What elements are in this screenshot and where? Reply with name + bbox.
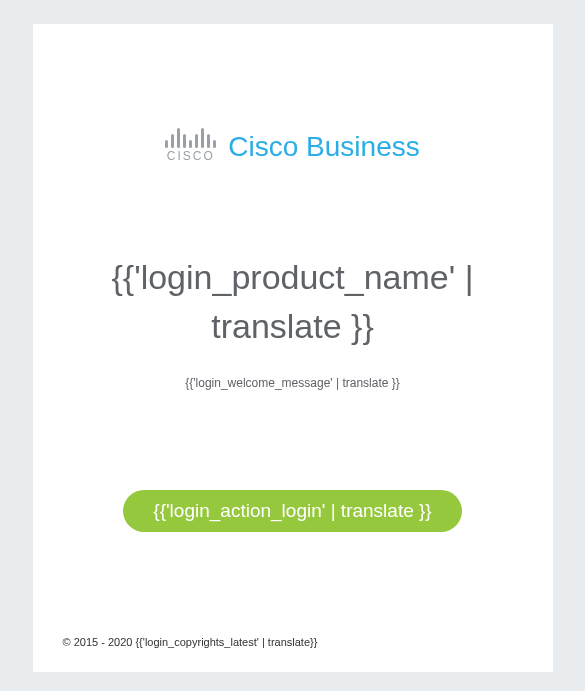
cisco-logo-word: CISCO [167, 149, 215, 163]
cisco-bars-icon [165, 124, 216, 148]
welcome-message: {{'login_welcome_message' | translate }} [63, 376, 523, 390]
brand-name: Cisco Business [228, 133, 419, 163]
login-button[interactable]: {{'login_action_login' | translate }} [123, 490, 461, 532]
cisco-logo-icon: CISCO [165, 124, 216, 163]
product-name-heading: {{'login_product_name' | translate }} [63, 253, 523, 352]
login-card: CISCO Cisco Business {{'login_product_na… [33, 24, 553, 672]
logo-row: CISCO Cisco Business [63, 24, 523, 173]
copyright-text: © 2015 - 2020 {{'login_copyrights_latest… [63, 636, 523, 648]
